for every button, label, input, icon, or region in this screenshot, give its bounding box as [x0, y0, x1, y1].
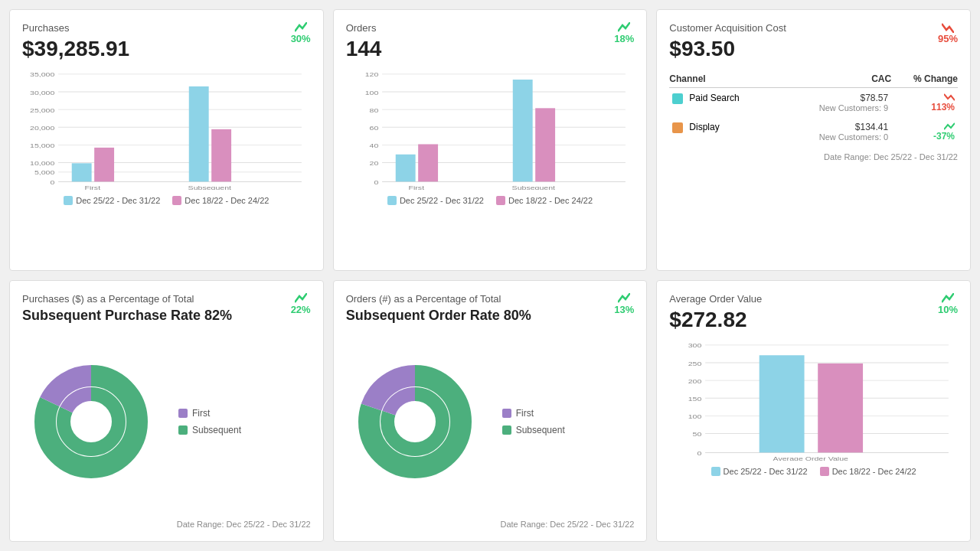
legend-first: First	[178, 408, 241, 419]
order-rate-donut	[346, 353, 484, 491]
svg-text:100: 100	[688, 413, 702, 420]
display-dot	[672, 122, 683, 133]
svg-rect-66	[760, 355, 805, 452]
legend-dot-pink	[496, 196, 505, 205]
svg-text:15,000: 15,000	[30, 142, 54, 149]
aov-chart: 300 250 200 150 100 50 0 Average Order V…	[669, 338, 958, 529]
aov-card: Average Order Value $272.82 10% 300 250 …	[656, 280, 971, 542]
svg-text:80: 80	[369, 107, 378, 114]
dashboard: Purchases $39,285.91 30% 35,000 30,000 2…	[9, 9, 971, 542]
svg-text:20,000: 20,000	[30, 125, 54, 132]
legend-subsequent: Subsequent	[178, 425, 241, 435]
purchase-rate-legend: First Subsequent	[178, 408, 241, 435]
svg-text:Average Order Value: Average Order Value	[773, 455, 848, 461]
svg-text:0: 0	[50, 179, 54, 186]
aov-title: Average Order Value	[669, 293, 958, 305]
cac-value: $93.50	[669, 37, 958, 61]
orders-chart: 120 100 80 60 40 20 0 First Subsequent	[346, 67, 635, 258]
order-rate-card: Orders (#) as a Percentage of Total Subs…	[333, 280, 648, 542]
cac-display-value: $134.41 New Customers: 0	[779, 117, 891, 146]
purchases-card: Purchases $39,285.91 30% 35,000 30,000 2…	[9, 9, 324, 271]
order-rate-title: Orders (#) as a Percentage of Total	[346, 293, 635, 305]
purchase-rate-trend: 22%	[291, 293, 311, 315]
legend-dot-blue	[64, 196, 73, 205]
aov-legend: Dec 25/22 - Dec 31/22 Dec 18/22 - Dec 24…	[669, 467, 958, 476]
cac-col-channel: Channel	[669, 73, 779, 88]
svg-text:100: 100	[364, 90, 378, 96]
aov-legend-item-1: Dec 25/22 - Dec 31/22	[711, 467, 808, 476]
orders-trend: 18%	[614, 22, 634, 44]
cac-paid-search-change: 113%	[891, 88, 958, 118]
svg-rect-40	[535, 108, 555, 181]
aov-legend-item-2: Dec 18/22 - Dec 24/22	[820, 467, 916, 476]
legend-first-orders: First	[502, 408, 565, 419]
svg-rect-20	[211, 129, 231, 181]
svg-text:First: First	[85, 184, 101, 190]
purchases-value: $39,285.91	[22, 37, 311, 61]
cac-date-range: Date Range: Dec 25/22 - Dec 31/22	[669, 152, 958, 161]
purchases-chart: 35,000 30,000 25,000 20,000 15,000 10,00…	[22, 67, 311, 258]
svg-text:30,000: 30,000	[30, 90, 54, 96]
legend-item-2: Dec 18/22 - Dec 24/22	[172, 196, 269, 205]
svg-rect-36	[395, 155, 415, 182]
orders-card: Orders 144 18% 120 100 80 60 40	[333, 9, 648, 271]
cac-channel-display: Display	[669, 117, 779, 146]
svg-text:40: 40	[369, 142, 378, 149]
purchase-rate-donut-area: First Subsequent	[22, 330, 311, 514]
svg-point-51	[397, 403, 433, 440]
order-rate-subtitle: Subsequent Order Rate 80%	[346, 308, 635, 324]
order-rate-date-range: Date Range: Dec 25/22 - Dec 31/22	[346, 520, 635, 529]
table-row: Paid Search $78.57 New Customers: 9 113%	[669, 88, 958, 118]
orders-legend-item-2: Dec 18/22 - Dec 24/22	[496, 196, 593, 205]
svg-text:300: 300	[688, 343, 702, 350]
aov-value: $272.82	[669, 308, 958, 332]
purchases-trend: 30%	[291, 22, 311, 44]
svg-text:120: 120	[364, 72, 378, 79]
orders-legend-item-1: Dec 25/22 - Dec 31/22	[387, 196, 484, 205]
svg-text:200: 200	[688, 378, 702, 385]
legend-dot-pink	[172, 196, 181, 205]
purchase-rate-card: Purchases ($) as a Percentage of Total S…	[9, 280, 324, 542]
purchases-legend: Dec 25/22 - Dec 31/22 Dec 18/22 - Dec 24…	[22, 196, 311, 205]
svg-text:25,000: 25,000	[30, 107, 54, 114]
svg-rect-37	[418, 144, 438, 181]
purchase-rate-subtitle: Subsequent Purchase Rate 82%	[22, 308, 311, 324]
cac-trend: 95%	[938, 22, 958, 44]
svg-rect-17	[94, 148, 114, 181]
svg-text:0: 0	[374, 179, 378, 186]
purchase-rate-donut	[22, 353, 160, 491]
paid-search-dot	[672, 93, 683, 104]
aov-trend: 10%	[938, 293, 958, 315]
svg-text:Subsequent: Subsequent	[511, 184, 555, 190]
cac-col-change: % Change	[891, 73, 958, 88]
svg-rect-39	[512, 80, 532, 181]
svg-text:First: First	[408, 184, 424, 190]
order-rate-legend: First Subsequent	[502, 408, 565, 435]
order-rate-donut-area: First Subsequent	[346, 330, 635, 514]
cac-display-change: -37%	[891, 117, 958, 146]
order-rate-trend: 13%	[614, 293, 634, 315]
legend-item-1: Dec 25/22 - Dec 31/22	[64, 196, 160, 205]
legend-dot-blue	[387, 196, 397, 205]
cac-col-cac: CAC	[779, 73, 891, 88]
orders-legend: Dec 25/22 - Dec 31/22 Dec 18/22 - Dec 24…	[346, 196, 635, 205]
svg-text:35,000: 35,000	[30, 72, 54, 79]
svg-text:60: 60	[369, 125, 378, 132]
legend-dot-pink	[820, 467, 829, 476]
svg-text:0: 0	[697, 450, 702, 457]
svg-text:20: 20	[369, 160, 378, 167]
orders-value: 144	[346, 37, 635, 61]
table-row: Display $134.41 New Customers: 0 -37%	[669, 117, 958, 146]
cac-title: Customer Acquisition Cost	[669, 22, 958, 34]
cac-paid-search-value: $78.57 New Customers: 9	[779, 88, 891, 118]
legend-subsequent-orders: Subsequent	[502, 425, 565, 435]
svg-text:Subsequent: Subsequent	[188, 184, 232, 190]
purchase-rate-date-range: Date Range: Dec 25/22 - Dec 31/22	[22, 520, 311, 529]
svg-rect-19	[189, 86, 209, 181]
cac-channel-paid-search: Paid Search	[669, 88, 779, 118]
purchases-title: Purchases	[22, 22, 311, 34]
svg-text:5,000: 5,000	[34, 170, 54, 177]
svg-rect-67	[818, 364, 864, 452]
cac-table: Channel CAC % Change Paid Search	[669, 73, 958, 146]
svg-text:250: 250	[688, 360, 702, 367]
